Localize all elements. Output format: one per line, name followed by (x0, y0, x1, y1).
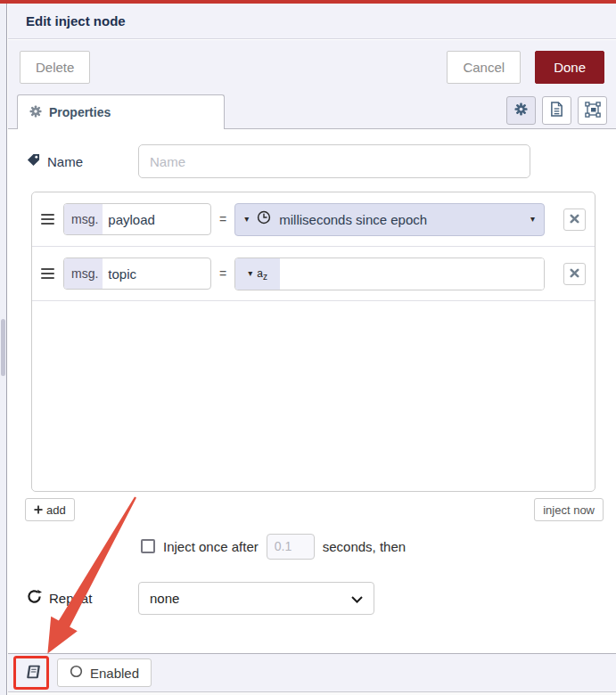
string-type-icon: az (257, 268, 267, 279)
enabled-label: Enabled (90, 666, 139, 681)
property-name: topic (103, 266, 136, 282)
remove-row-button[interactable] (563, 208, 586, 231)
repeat-row: Repeat none (27, 582, 597, 615)
dialog-footer: Enabled (8, 653, 616, 691)
book-icon (24, 664, 42, 683)
gear-icon (29, 105, 42, 120)
topic-value-field: ▾ az (234, 258, 545, 290)
inject-now-button[interactable]: inject now (534, 498, 604, 521)
page-title: Edit inject node (26, 13, 126, 29)
appearance-tool-button[interactable] (578, 96, 607, 125)
document-icon (550, 102, 563, 119)
x-icon (570, 213, 579, 226)
clock-icon (257, 210, 271, 228)
add-label: add (46, 503, 66, 517)
drag-handle-icon[interactable] (41, 266, 54, 282)
prop-row-payload: msg. payload = ▾ milliseconds since epoc… (32, 192, 595, 247)
dialog-header: Edit inject node (8, 4, 616, 39)
node-help-button[interactable] (17, 659, 49, 686)
drag-handle-icon[interactable] (41, 211, 54, 227)
editor-tab-tools (506, 96, 607, 125)
payload-property-input[interactable]: msg. payload (63, 203, 211, 235)
property-name: payload (103, 212, 155, 227)
description-tool-button[interactable] (542, 96, 571, 125)
plus-icon (34, 503, 43, 517)
dialog-button-bar: Delete Cancel Done (8, 40, 616, 94)
msg-prefix-badge: msg. (64, 258, 103, 289)
dialog-content: Name msg. payload = ▾ (8, 129, 616, 653)
name-row: Name (27, 144, 562, 178)
equals-sign: = (219, 266, 226, 281)
caret-down-icon: ▾ (530, 215, 535, 224)
repeat-select-value: none (150, 591, 179, 606)
tab-label: Properties (49, 105, 111, 119)
tag-icon (27, 153, 40, 169)
tab-properties[interactable]: Properties (17, 94, 225, 129)
caret-down-icon: ▾ (244, 215, 249, 224)
scrollbar-thumb[interactable] (1, 319, 5, 376)
refresh-icon (27, 589, 42, 607)
gear-icon (514, 102, 528, 119)
cancel-button[interactable]: Cancel (447, 51, 521, 84)
chevron-down-icon (351, 591, 363, 606)
left-scrollbar-track[interactable] (0, 4, 7, 695)
name-input[interactable] (138, 144, 530, 178)
repeat-label-text: Repeat (49, 591, 92, 606)
msg-prefix-badge: msg. (64, 204, 103, 234)
topic-value-input[interactable] (280, 258, 544, 290)
dialog-panel: Edit inject node Delete Cancel Done Prop… (8, 4, 616, 695)
panel-bottom-edge (8, 691, 616, 695)
name-label-text: Name (47, 154, 83, 169)
inject-once-seconds-input[interactable] (267, 534, 315, 560)
inject-once-label: Inject once after (163, 539, 259, 554)
x-icon (570, 267, 579, 281)
appearance-icon (585, 102, 601, 120)
remove-row-button[interactable] (563, 263, 586, 285)
topic-property-input[interactable]: msg. topic (63, 258, 211, 290)
enabled-toggle-button[interactable]: Enabled (57, 658, 152, 687)
name-label: Name (27, 153, 138, 169)
workspace-top-edge (0, 0, 616, 4)
repeat-label: Repeat (27, 589, 92, 607)
circle-icon (70, 665, 83, 681)
inject-once-suffix: seconds, then (323, 539, 406, 554)
payload-type-dropdown[interactable]: ▾ milliseconds since epoch ▾ (234, 203, 545, 236)
tab-row: Properties (8, 94, 616, 129)
prop-row-topic: msg. topic = ▾ az (32, 247, 595, 301)
done-button[interactable]: Done (535, 51, 604, 84)
caret-down-icon: ▾ (248, 269, 252, 278)
repeat-select[interactable]: none (138, 582, 374, 615)
inject-once-checkbox[interactable] (141, 539, 155, 553)
edit-inject-node-dialog: Edit inject node Delete Cancel Done Prop… (0, 0, 616, 695)
topic-type-dropdown[interactable]: ▾ az (235, 258, 280, 290)
props-editable-list: msg. payload = ▾ milliseconds since epoc… (31, 192, 595, 492)
inject-once-row: Inject once after seconds, then (141, 532, 406, 560)
delete-button[interactable]: Delete (20, 51, 90, 84)
properties-tool-button[interactable] (506, 96, 536, 125)
payload-type-value: milliseconds since epoch (279, 212, 522, 227)
add-property-button[interactable]: add (25, 498, 75, 521)
equals-sign: = (219, 212, 226, 226)
